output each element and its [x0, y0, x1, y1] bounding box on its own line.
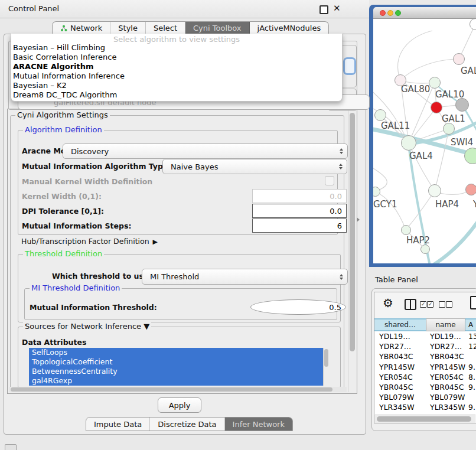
- table-cell: 8.: [465, 372, 476, 382]
- network-node[interactable]: [431, 102, 442, 113]
- sources-expander[interactable]: Sources for Network Inference ▼: [23, 322, 151, 331]
- network-node[interactable]: [428, 184, 441, 197]
- algorithm-option[interactable]: Basic Correlation Inference: [13, 53, 116, 62]
- table-cell: YLR345W: [374, 402, 426, 412]
- which-threshold-value: MI Threshold: [150, 272, 199, 281]
- hub-definition-expander[interactable]: Hub/Transcription Factor Definition▶: [21, 237, 158, 246]
- mi-steps-input[interactable]: 6: [252, 219, 347, 233]
- dpi-tolerance-label: DPI Tolerance [0,1]:: [22, 207, 104, 216]
- table-cell: YER054C: [426, 372, 465, 382]
- network-node[interactable]: [374, 109, 386, 121]
- mi-threshold-value: 0.5: [329, 303, 341, 312]
- aracne-mode-value: Discovery: [71, 147, 109, 156]
- select-all-checked-icon[interactable]: ✓: [420, 301, 426, 308]
- kernel-width-value: 0.0: [330, 192, 342, 201]
- settings-horizontal-scrollbar[interactable]: [9, 387, 347, 392]
- settings-vertical-scrollbar[interactable]: [348, 109, 357, 392]
- table-row[interactable]: YBL079WYBL079W: [374, 392, 476, 402]
- attribute-item[interactable]: BetweennessCentrality: [29, 367, 323, 376]
- close-icon[interactable]: ✕: [333, 3, 341, 14]
- node-label: GAL4: [409, 151, 433, 161]
- expander-arrow-icon: ▶: [153, 238, 158, 246]
- which-threshold-select[interactable]: MI Threshold: [142, 269, 348, 285]
- select-all-checked-icon[interactable]: ✓: [427, 301, 433, 308]
- tab-select[interactable]: Select: [146, 22, 185, 34]
- mi-type-select[interactable]: Naive Bayes: [162, 159, 347, 174]
- table-row[interactable]: YDR27…YDR27…12: [374, 341, 476, 351]
- zoom-traffic-light[interactable]: [395, 10, 401, 16]
- close-traffic-light[interactable]: [380, 10, 386, 16]
- tab-cyni-toolbox[interactable]: Cyni Toolbox: [185, 22, 250, 34]
- table-cell: YLR345W: [426, 402, 465, 412]
- table-row[interactable]: YER054CYER054C8.: [374, 372, 476, 382]
- column-header-name[interactable]: name: [426, 318, 465, 331]
- network-canvas[interactable]: GALGAL80GAL10GAL1GAL11SWI4GAL4GCY1HAP4YH…: [373, 19, 476, 263]
- table-row[interactable]: YDL19…YDL19…13: [374, 331, 476, 341]
- algorithm-option[interactable]: Mutual Information Inference: [13, 71, 125, 81]
- which-threshold-label: Which threshold to use:: [52, 272, 151, 281]
- minimize-traffic-light[interactable]: [387, 10, 393, 16]
- aracne-mode-select[interactable]: Discovery: [63, 144, 348, 159]
- mi-threshold-input[interactable]: 0.5: [250, 299, 346, 315]
- dpi-tolerance-input[interactable]: 0.0: [252, 204, 347, 218]
- network-node[interactable]: [401, 135, 416, 151]
- network-node[interactable]: [464, 148, 476, 164]
- kernel-width-input[interactable]: 0.0: [252, 189, 347, 203]
- network-node[interactable]: [443, 123, 455, 135]
- algorithm-option[interactable]: Bayesian – Hill Climbing: [13, 43, 105, 53]
- attribute-item[interactable]: gal4RGexp: [29, 376, 323, 386]
- table-row[interactable]: YBR043CYBR043C: [374, 351, 476, 361]
- node-label: GAL80: [401, 84, 430, 94]
- column-header-shared-name[interactable]: shared…: [374, 318, 426, 331]
- unselect-all-icon[interactable]: [446, 301, 452, 308]
- settings-scroll-area: Cyni Algorithm Settings Algorithm Defini…: [7, 109, 357, 394]
- table-row[interactable]: YLR345WYLR345W9.: [374, 402, 476, 412]
- network-node[interactable]: [465, 184, 476, 195]
- splitter-handle-icon[interactable]: [357, 217, 360, 222]
- sources-group: Sources for Network Inference ▼ Data Att…: [18, 327, 341, 388]
- table-panel-title: Table Panel: [375, 275, 418, 284]
- network-node[interactable]: [429, 77, 441, 89]
- minimized-panel-icon[interactable]: [5, 444, 17, 450]
- tab-style[interactable]: Style: [110, 22, 146, 34]
- table-cell: YDL19…: [426, 331, 465, 341]
- algorithm-select-popup: Select algorithm to view settings Bayesi…: [11, 34, 343, 102]
- table-cell: YDR27…: [374, 341, 426, 351]
- gear-icon[interactable]: ⚙: [383, 296, 393, 310]
- algorithm-option[interactable]: Dream8 DC_TDC Algorithm: [13, 90, 118, 100]
- table-horizontal-scrollbar[interactable]: [375, 415, 475, 423]
- stepper-arrows-icon: [340, 148, 343, 154]
- network-icon: [60, 25, 67, 32]
- tab-discretize-data[interactable]: Discretize Data: [150, 418, 224, 431]
- tab-network[interactable]: Network: [53, 22, 110, 34]
- table-cell: YBR045C: [426, 382, 465, 392]
- dpi-tolerance-value: 0.0: [330, 207, 342, 216]
- table-row[interactable]: YBR045CYBR045C9.: [374, 382, 476, 392]
- tab-impute-data[interactable]: Impute Data: [86, 418, 150, 431]
- table-row[interactable]: YPR145WYPR145W9.: [374, 362, 476, 372]
- tab-jactivemnodules[interactable]: jActiveMNodules: [250, 22, 329, 34]
- algorithm-option[interactable]: Bayesian – K2: [13, 81, 67, 90]
- network-node[interactable]: [401, 225, 411, 235]
- attribute-item[interactable]: TopologicalCoefficient: [29, 357, 323, 367]
- manual-kernel-checkbox[interactable]: [325, 176, 334, 185]
- column-header-clipped[interactable]: A: [465, 318, 476, 331]
- tab-label: Discretize Data: [158, 420, 216, 429]
- attribute-item[interactable]: SelfLoops: [29, 348, 323, 357]
- node-label: GAL1: [442, 113, 465, 124]
- unselect-all-icon[interactable]: [439, 301, 445, 308]
- network-node[interactable]: [420, 244, 430, 254]
- columns-icon[interactable]: [405, 299, 416, 310]
- algorithm-option-aracne[interactable]: ARACNE Algorithm: [13, 62, 94, 71]
- control-panel-tabs: Network Style Select Cyni Toolbox jActiv…: [52, 21, 329, 34]
- mi-type-value: Naive Bayes: [171, 162, 218, 171]
- network-node[interactable]: [453, 53, 465, 65]
- hidden-focused-button[interactable]: [343, 57, 356, 75]
- apply-button[interactable]: Apply: [158, 397, 201, 413]
- attribute-list-scrollbar[interactable]: [323, 348, 330, 386]
- network-node[interactable]: [373, 187, 380, 197]
- tab-infer-network[interactable]: Infer Network: [225, 418, 292, 431]
- float-window-icon[interactable]: [319, 5, 328, 14]
- document-icon[interactable]: [470, 296, 476, 309]
- table-header: shared… name A: [374, 318, 476, 331]
